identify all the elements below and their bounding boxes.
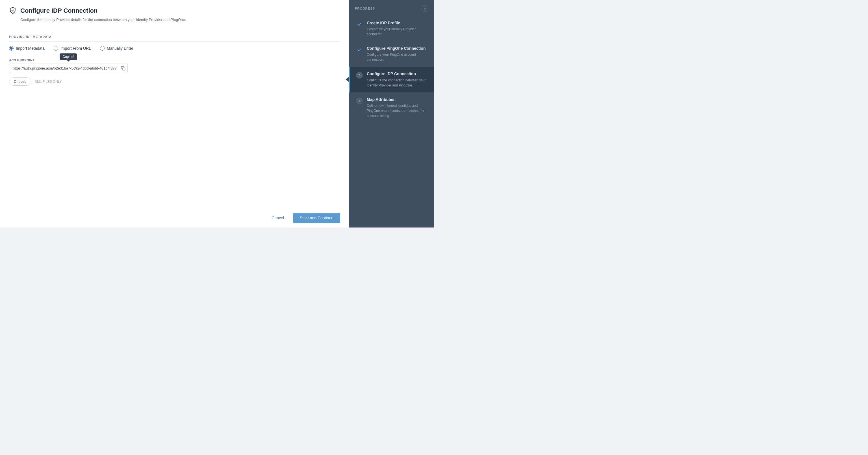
- sidebar-arrow: [346, 77, 349, 82]
- step-icon-4: 4: [356, 97, 363, 104]
- step-content-4: Map Attributes Define how inbound identi…: [367, 97, 428, 118]
- active-step-wrapper: 3 Configure IDP Connection Configure the…: [349, 67, 434, 92]
- acs-endpoint-row: Copied!: [9, 64, 340, 73]
- step-content-3: Configure IDP Connection Configure the c…: [367, 71, 428, 88]
- progress-title: PROGRESS: [355, 7, 375, 10]
- radio-label-import-from-url: Import From URL: [60, 46, 91, 51]
- step-title-3: Configure IDP Connection: [367, 71, 428, 76]
- cancel-button[interactable]: Cancel: [267, 213, 288, 222]
- shield-icon: [9, 7, 17, 15]
- radio-label-manually-enter: Manually Enter: [107, 46, 133, 51]
- acs-endpoint-input[interactable]: [9, 64, 128, 73]
- save-continue-button[interactable]: Save and Continue: [293, 213, 340, 223]
- progress-step-4: 4 Map Attributes Define how inbound iden…: [349, 92, 434, 123]
- progress-step-1: Create IDP Profile Customize your Identi…: [349, 16, 434, 41]
- step-desc-3: Configure the connection between your Id…: [367, 78, 428, 88]
- step-content-2: Configure PingOne Connection Configure y…: [367, 46, 428, 62]
- radio-import-metadata[interactable]: Import Metadata: [9, 46, 44, 51]
- step-icon-1: [356, 21, 363, 28]
- radio-input-manually-enter[interactable]: [100, 46, 104, 51]
- progress-header: PROGRESS ✕: [349, 0, 434, 16]
- radio-input-import-metadata[interactable]: [9, 46, 13, 51]
- progress-step-3: 3 Configure IDP Connection Configure the…: [349, 67, 434, 92]
- radio-label-import-metadata: Import Metadata: [16, 46, 44, 51]
- radio-input-import-from-url[interactable]: [54, 46, 58, 51]
- step-title-1: Create IDP Profile: [367, 20, 428, 25]
- section-label: PROVIDE IDP METADATA: [9, 35, 340, 41]
- step-content-1: Create IDP Profile Customize your Identi…: [367, 20, 428, 37]
- step-icon-2: [356, 47, 363, 53]
- xml-files-label: XML FILES ONLY: [35, 80, 62, 84]
- modal-header: Configure IDP Connection Configure the I…: [0, 0, 349, 27]
- copy-button[interactable]: [121, 66, 125, 71]
- radio-import-from-url[interactable]: Import From URL: [54, 46, 91, 51]
- modal-footer: Cancel Save and Continue: [0, 208, 349, 228]
- title-row: Configure IDP Connection: [9, 7, 340, 15]
- page-subtitle: Configure the Identity Provider details …: [20, 18, 340, 22]
- svg-rect-0: [123, 68, 125, 70]
- step-icon-3: 3: [356, 72, 363, 79]
- radio-group: Import Metadata Import From URL Manually…: [9, 46, 340, 51]
- acs-input-wrapper: Copied!: [9, 64, 128, 73]
- page-title: Configure IDP Connection: [20, 7, 97, 14]
- acs-endpoint-label: ACS ENDPOINT: [9, 59, 340, 62]
- main-panel: Configure IDP Connection Configure the I…: [0, 0, 349, 228]
- step-desc-1: Customize your Identity Provider connect…: [367, 27, 428, 37]
- step-desc-2: Configure your PingOne account connectio…: [367, 52, 428, 62]
- progress-sidebar: PROGRESS ✕ Create IDP Profile Customize …: [349, 0, 434, 228]
- close-button[interactable]: ✕: [422, 5, 428, 12]
- step-desc-4: Define how inbound identities and PingOn…: [367, 103, 428, 118]
- progress-steps: Create IDP Profile Customize your Identi…: [349, 16, 434, 228]
- modal-body: PROVIDE IDP METADATA Import Metadata Imp…: [0, 27, 349, 208]
- copied-tooltip: Copied!: [60, 53, 77, 60]
- step-title-2: Configure PingOne Connection: [367, 46, 428, 51]
- modal-content: Configure IDP Connection Configure the I…: [0, 0, 349, 228]
- choose-button[interactable]: Choose: [9, 78, 31, 86]
- step-title-4: Map Attributes: [367, 97, 428, 102]
- radio-manually-enter[interactable]: Manually Enter: [100, 46, 133, 51]
- progress-step-2: Configure PingOne Connection Configure y…: [349, 41, 434, 67]
- choose-row: Choose XML FILES ONLY: [9, 78, 340, 86]
